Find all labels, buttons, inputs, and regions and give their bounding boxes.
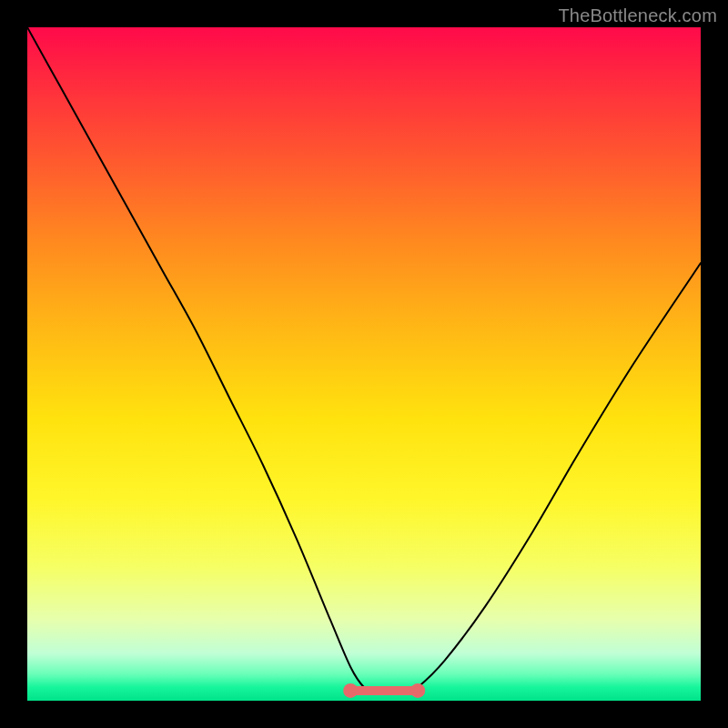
watermark-text: TheBottleneck.com — [558, 5, 717, 26]
flat-region-left-marker — [343, 683, 358, 698]
flat-region-right-marker — [410, 683, 425, 698]
curve-layer — [27, 27, 701, 701]
bottleneck-curve — [27, 27, 701, 694]
plot-area — [27, 27, 701, 701]
chart-frame: TheBottleneck.com — [0, 0, 728, 728]
